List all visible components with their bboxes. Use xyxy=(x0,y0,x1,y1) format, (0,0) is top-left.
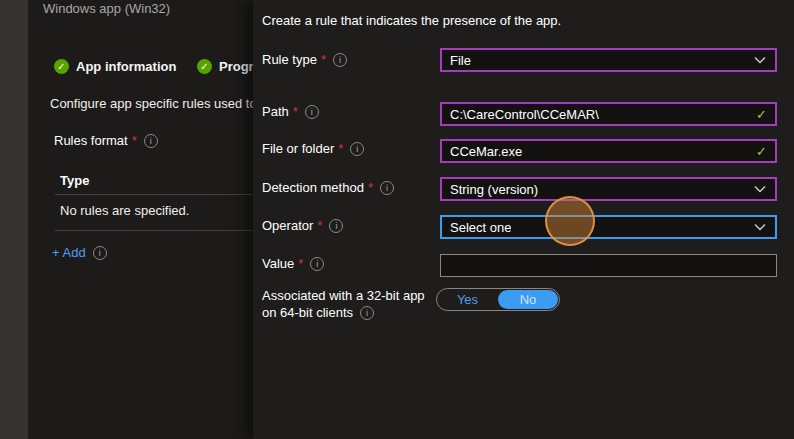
label-text: Detection method xyxy=(262,180,364,195)
page-title: Windows app (Win32) xyxy=(43,1,170,16)
info-icon[interactable]: i xyxy=(350,142,364,156)
info-icon[interactable]: i xyxy=(305,105,319,119)
info-icon[interactable]: i xyxy=(360,306,374,320)
table-divider xyxy=(55,230,253,231)
table-header-type: Type xyxy=(60,173,89,188)
operator-label: Operator * i xyxy=(262,218,343,233)
win32-app-wizard-panel: Windows app (Win32) ✓ App information ✓ … xyxy=(28,0,253,439)
detection-method-value: String (version) xyxy=(450,182,538,197)
assoc-32bit-label-line2: on 64-bit clients i xyxy=(262,305,374,320)
info-icon[interactable]: i xyxy=(333,53,347,67)
operator-dropdown[interactable]: Select one xyxy=(440,215,777,239)
path-label: Path * i xyxy=(262,104,319,119)
screen: Windows app (Win32) ✓ App information ✓ … xyxy=(0,0,794,439)
label-text: Value xyxy=(262,256,294,271)
required-asterisk: * xyxy=(368,180,373,195)
value-label: Value * i xyxy=(262,256,324,271)
add-rule-label[interactable]: + Add xyxy=(52,245,86,260)
required-asterisk: * xyxy=(338,141,343,156)
valid-check-icon: ✓ xyxy=(756,107,767,122)
info-icon[interactable]: i xyxy=(144,134,158,148)
info-icon[interactable]: i xyxy=(93,246,107,260)
step-complete-icon: ✓ xyxy=(197,59,212,74)
required-asterisk: * xyxy=(298,256,303,271)
label-text: Associated with a 32-bit app xyxy=(262,288,425,303)
assoc-32bit-label-line1: Associated with a 32-bit app xyxy=(262,288,425,303)
panel-description: Configure app specific rules used to d xyxy=(50,96,253,111)
table-divider xyxy=(55,194,253,195)
info-icon[interactable]: i xyxy=(329,219,343,233)
rules-format-text: Rules format xyxy=(54,133,128,148)
label-text: on 64-bit clients xyxy=(262,305,353,320)
chevron-down-icon xyxy=(754,223,766,231)
label-text: File or folder xyxy=(262,141,334,156)
label-text: Operator xyxy=(262,218,313,233)
table-empty-message: No rules are specified. xyxy=(60,203,189,218)
rule-type-value: File xyxy=(450,53,471,68)
chevron-down-icon xyxy=(754,185,766,193)
path-input[interactable] xyxy=(450,107,748,122)
toggle-32bit-association[interactable]: Yes No xyxy=(436,288,560,311)
path-field: ✓ xyxy=(440,102,777,126)
operator-value: Select one xyxy=(450,220,511,235)
wizard-step-program[interactable]: ✓ Progr xyxy=(197,59,253,74)
add-rule-link[interactable]: + Add i xyxy=(52,245,107,260)
wizard-step-label: Progr xyxy=(219,59,253,74)
label-text: Rule type xyxy=(262,52,317,67)
valid-check-icon: ✓ xyxy=(756,144,767,159)
required-asterisk: * xyxy=(293,104,298,119)
rule-type-dropdown[interactable]: File xyxy=(440,48,777,72)
toggle-yes-option[interactable]: Yes xyxy=(437,289,498,310)
info-icon[interactable]: i xyxy=(380,181,394,195)
wizard-step-label: App information xyxy=(76,59,176,74)
value-field xyxy=(440,254,777,277)
chevron-down-icon xyxy=(754,56,766,64)
pane-description: Create a rule that indicates the presenc… xyxy=(262,13,561,28)
window-edge-strip xyxy=(0,0,28,439)
detection-rule-pane: Create a rule that indicates the presenc… xyxy=(253,0,794,439)
wizard-step-app-information[interactable]: ✓ App information xyxy=(54,59,176,74)
detection-method-label: Detection method * i xyxy=(262,180,394,195)
file-or-folder-label: File or folder * i xyxy=(262,141,364,156)
required-asterisk: * xyxy=(132,133,137,148)
required-asterisk: * xyxy=(321,52,326,67)
rule-type-label: Rule type * i xyxy=(262,52,347,67)
file-or-folder-field: ✓ xyxy=(440,139,777,163)
label-text: Path xyxy=(262,104,289,119)
value-input[interactable] xyxy=(449,258,768,273)
required-asterisk: * xyxy=(317,218,322,233)
toggle-no-option[interactable]: No xyxy=(498,290,558,309)
info-icon[interactable]: i xyxy=(310,257,324,271)
rules-format-label: Rules format * i xyxy=(54,133,158,148)
step-complete-icon: ✓ xyxy=(54,59,69,74)
file-or-folder-input[interactable] xyxy=(450,144,748,159)
detection-method-dropdown[interactable]: String (version) xyxy=(440,177,777,201)
